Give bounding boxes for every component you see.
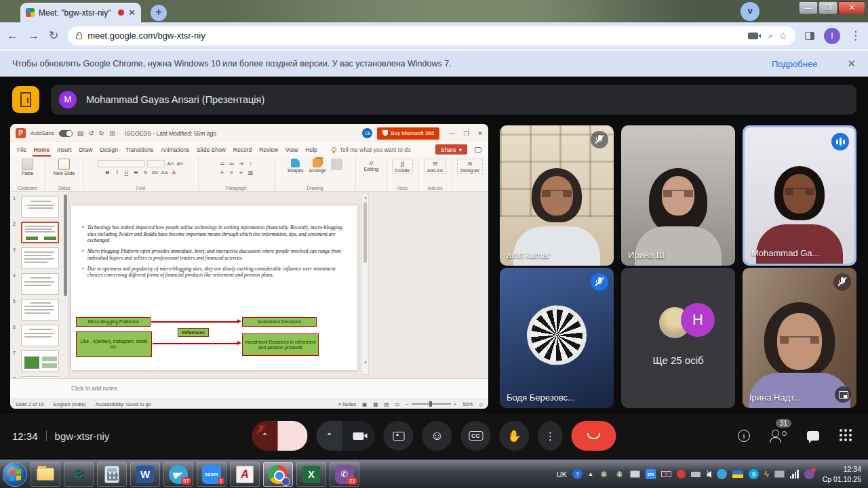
tab-home[interactable]: Home [34, 146, 50, 153]
back-icon[interactable]: ← [7, 29, 18, 43]
tab-animations[interactable]: Animations [161, 146, 189, 153]
tab-record[interactable]: Record [233, 146, 252, 153]
indent-icon[interactable]: ⇥ [237, 160, 245, 167]
new-slide-button[interactable]: New Slide [54, 159, 75, 176]
strikethrough-icon[interactable]: S [132, 169, 140, 176]
numbering-icon[interactable]: ≕ [228, 160, 235, 167]
ppt-maximize-icon[interactable]: ❐ [463, 130, 469, 137]
forward-icon[interactable]: → [28, 29, 39, 43]
new-tab-button[interactable]: + [151, 5, 167, 21]
slide-thumbnail-4[interactable] [21, 273, 59, 295]
zoom-tray-icon[interactable]: zm [646, 469, 656, 479]
display-tray-icon[interactable] [774, 470, 785, 478]
slide-thumbnail-5[interactable] [21, 299, 59, 321]
tell-me-search[interactable]: Tell me what you want to do [332, 146, 411, 153]
url-text[interactable]: meet.google.com/bgw-xtsr-niy [87, 30, 743, 41]
align-center-icon[interactable]: ≡ [228, 169, 235, 176]
telegram-tray-icon[interactable] [717, 469, 727, 479]
comments-icon[interactable] [475, 147, 481, 152]
zoom-level[interactable]: 50% [462, 401, 473, 407]
ukraine-flag-tray-icon[interactable] [732, 470, 743, 478]
shrink-font-icon[interactable]: A˅ [176, 160, 184, 167]
paste-button[interactable]: Paste [22, 159, 34, 176]
mic-muted-icon[interactable] [278, 421, 308, 451]
picture-in-picture-icon[interactable] [835, 386, 851, 403]
participant-tile-mohammad[interactable]: Mohammad Ga... [743, 125, 856, 266]
captions-button[interactable]: CC [461, 421, 491, 451]
help-tray-icon[interactable]: ? [572, 469, 583, 479]
redo-icon[interactable]: ↻ [99, 129, 104, 137]
tab-slide-show[interactable]: Slide Show [197, 146, 226, 153]
raise-hand-button[interactable]: ✋ [500, 421, 530, 451]
more-options-button[interactable]: ⋮ [538, 421, 563, 451]
taskbar-explorer[interactable] [31, 462, 60, 487]
recording-tray-icon[interactable] [677, 470, 686, 479]
screen-share-tile[interactable]: P AutoSave ▤ ↺ ↻ ⊞ ISGOEDS - Last Modifi… [10, 124, 488, 409]
office-account-avatar[interactable]: Ck [362, 128, 372, 138]
tab-transitions[interactable]: Transitions [125, 146, 153, 153]
add-ins-button[interactable]: ⊞Add-ins [424, 159, 447, 174]
browser-profile-avatar[interactable]: I [824, 28, 840, 44]
notes-placeholder[interactable]: Click to add notes [71, 385, 117, 392]
zoom-slider[interactable]: −+ [406, 401, 456, 407]
fit-slide-icon[interactable]: ◇ [479, 401, 483, 407]
align-left-icon[interactable]: ≡ [218, 169, 226, 176]
activities-grid-button[interactable] [840, 429, 842, 432]
ups-tray-icon[interactable]: ϟ [764, 469, 769, 479]
slideshow-icon[interactable]: ▭ [395, 401, 399, 407]
align-right-icon[interactable]: ≡ [237, 169, 245, 176]
accessibility-status[interactable]: Accessibility: Good to go [96, 401, 151, 407]
participant-tile-irina-nadt[interactable]: Ірина Надт... [743, 268, 856, 408]
battery-tray-icon[interactable]: ✕ [661, 471, 671, 477]
taskbar-clock[interactable]: 12:34 Ср 01.10.25 [823, 464, 861, 483]
share-page-icon[interactable]: → [762, 28, 776, 43]
editing-button[interactable]: ⌕Editing [364, 159, 378, 171]
participant-tile-bodya[interactable]: Бодя Березовс... [500, 268, 614, 408]
tab-review[interactable]: Review [259, 146, 278, 153]
arrange-button[interactable]: Arrange [309, 159, 326, 173]
present-screen-button[interactable] [384, 421, 414, 451]
underline-icon[interactable]: U [123, 169, 130, 176]
ppt-minimize-icon[interactable]: — [448, 130, 454, 137]
browser-tab[interactable]: Meet: "bgw-xtsr-niy" ✕ [20, 3, 141, 22]
microphone-button[interactable]: ⌃ [252, 421, 308, 451]
slide-thumbnail-6[interactable] [21, 325, 59, 346]
ppt-share-button[interactable]: Share ▾ [435, 144, 467, 155]
undo-icon[interactable]: ↺ [88, 129, 94, 137]
shapes-button[interactable]: Shapes [288, 159, 304, 173]
slide-thumbnail-7[interactable] [21, 350, 59, 372]
browser-menu-icon[interactable]: ⋮ [850, 28, 861, 43]
notes-toggle[interactable]: ≡ Notes [338, 401, 356, 407]
save-icon[interactable]: ▤ [77, 129, 83, 137]
notes-pane[interactable]: Click to add notes [10, 378, 488, 399]
scroll-down-icon[interactable]: ▼ [363, 361, 368, 365]
scroll-up-icon[interactable]: ▲ [363, 195, 368, 199]
dictate-button[interactable]: ♯Dictate [392, 159, 414, 174]
font-size-select[interactable] [147, 160, 165, 167]
reload-icon[interactable]: ↻ [49, 28, 58, 43]
side-panel-icon[interactable] [805, 32, 814, 40]
bookmark-star-icon[interactable]: ☆ [778, 30, 787, 41]
line-spacing-icon[interactable]: ↕ [247, 160, 254, 167]
slide-thumbnail-3[interactable] [21, 247, 59, 269]
text-shadow-icon[interactable]: S [142, 169, 149, 176]
address-bar[interactable]: meet.google.com/bgw-xtsr-niy → ☆ [68, 26, 795, 45]
participant-tile-amit-kumar[interactable]: amit kumar [500, 125, 614, 266]
usb-tray-icon[interactable] [691, 472, 701, 477]
viber-tray-icon[interactable] [804, 469, 814, 479]
slide-editor[interactable]: •Technology has indeed impacted how peop… [71, 205, 357, 370]
end-call-button[interactable] [572, 421, 616, 451]
language-indicator[interactable]: UK [557, 470, 567, 479]
taskbar-excel[interactable]: X [296, 462, 326, 487]
skype-tray-icon[interactable]: S [749, 469, 759, 479]
slide-vertical-scrollbar[interactable]: ▲ ▼ [361, 193, 369, 375]
graphics-tray-icon[interactable]: ❋ [614, 469, 625, 479]
grow-font-icon[interactable]: A˄ [167, 160, 174, 167]
bullets-icon[interactable]: ≔ [218, 160, 226, 167]
meeting-details-button[interactable]: i [738, 430, 750, 442]
meeting-room-icon[interactable] [12, 86, 39, 113]
taskbar-chrome[interactable] [263, 462, 293, 487]
participant-tile-irina-sh[interactable]: Ирина Ш [621, 125, 735, 266]
graphics-tray-icon[interactable]: ❋ [599, 469, 609, 479]
printer-tray-icon[interactable] [630, 470, 640, 478]
